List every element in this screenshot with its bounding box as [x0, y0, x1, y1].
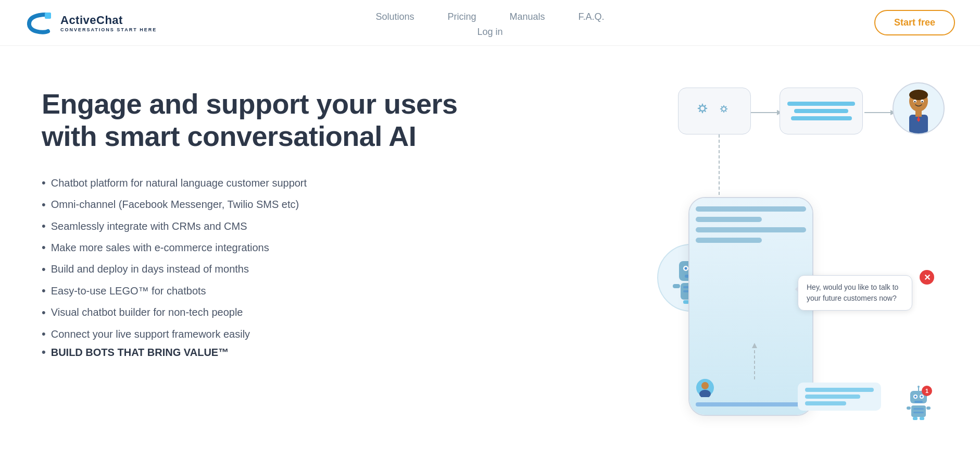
- svg-rect-44: [914, 401, 923, 403]
- phone-avatar-icon: [696, 378, 714, 397]
- chat-popup: Hey, would you like to talk to your futu…: [798, 275, 912, 311]
- bullet-1: Chatbot platform for natural language cu…: [42, 173, 458, 192]
- bullet-5: Build and deploy in days instead of mont…: [42, 260, 458, 279]
- chat-popup-text: Hey, would you like to talk to your futu…: [807, 283, 898, 302]
- notification-badge: 1: [922, 386, 932, 396]
- bullet-8: Connect your live support framework easi…: [42, 324, 458, 343]
- gear-icon-2: [718, 103, 734, 119]
- bullet-3: Seamlessly integrate with CRMs and CMS: [42, 216, 458, 236]
- brand-tagline: CONVERSATIONS START HERE: [60, 27, 157, 32]
- nav-faq[interactable]: F.A.Q.: [574, 8, 609, 26]
- gear-icon: [695, 101, 715, 121]
- arrow-right-1: [751, 107, 782, 118]
- start-free-button[interactable]: Start free: [874, 10, 955, 35]
- close-chat-button[interactable]: ✕: [920, 270, 934, 285]
- logo-text: ActiveChat CONVERSATIONS START HERE: [60, 14, 157, 32]
- hero-illustration: Hey, would you like to talk to your futu…: [647, 77, 938, 432]
- svg-point-38: [918, 386, 920, 388]
- line-bar-3: [791, 116, 852, 120]
- svg-rect-30: [673, 284, 680, 288]
- svg-rect-51: [920, 417, 924, 420]
- bullet-7: Visual chatbot builder for non-tech peop…: [42, 303, 458, 322]
- svg-rect-50: [913, 417, 918, 420]
- bullet-6: Easy-to-use LEGO™ for chatbots: [42, 281, 458, 300]
- svg-point-12: [914, 101, 916, 103]
- svg-point-24: [685, 267, 687, 270]
- main-nav: Solutions Pricing Manuals F.A.Q. Log in: [371, 8, 608, 38]
- text-lines-bubble: [780, 88, 863, 134]
- svg-point-9: [909, 90, 928, 100]
- svg-point-13: [922, 101, 923, 103]
- line-bar-1: [787, 102, 855, 106]
- svg-rect-49: [926, 407, 931, 410]
- logo[interactable]: ActiveChat CONVERSATIONS START HERE: [25, 8, 157, 38]
- dashed-vertical-up: [749, 343, 760, 379]
- arrow-right-2: [864, 107, 896, 118]
- phone: [688, 197, 813, 416]
- svg-rect-46: [913, 408, 924, 410]
- svg-rect-1: [45, 13, 51, 19]
- svg-rect-45: [911, 405, 926, 417]
- hero-last-bullet: BUILD BOTS THAT BRING VALUE™: [42, 346, 458, 359]
- svg-marker-53: [752, 343, 757, 348]
- hero-title: Engage and support your users with smart…: [42, 88, 458, 152]
- brand-name: ActiveChat: [60, 14, 157, 27]
- bullet-2: Omni-channel (Facebook Messenger, Twilio…: [42, 195, 458, 214]
- svg-point-35: [701, 382, 709, 389]
- hero-section: Engage and support your users with smart…: [0, 46, 980, 452]
- line-bar-2: [794, 109, 848, 113]
- hero-content: Engage and support your users with smart…: [42, 77, 458, 359]
- person-avatar: [893, 82, 945, 134]
- bullet-4: Make more sales with e-commerce integrat…: [42, 238, 458, 257]
- logo-icon: [25, 8, 54, 38]
- hero-bullets: Chatbot platform for natural language cu…: [42, 173, 458, 343]
- gear-bubble: [678, 88, 751, 134]
- header: ActiveChat CONVERSATIONS START HERE Solu…: [0, 0, 980, 46]
- small-robot-wrap: 1: [905, 386, 932, 422]
- bottom-chat-bubble: [798, 383, 881, 411]
- person-icon: [898, 87, 939, 133]
- svg-point-43: [921, 396, 923, 398]
- svg-rect-47: [913, 412, 924, 413]
- nav-solutions[interactable]: Solutions: [371, 8, 418, 26]
- nav-manuals[interactable]: Manuals: [506, 8, 549, 26]
- phone-screen: [689, 198, 812, 415]
- nav-login[interactable]: Log in: [473, 23, 507, 40]
- svg-rect-48: [907, 407, 911, 410]
- svg-point-42: [914, 396, 916, 398]
